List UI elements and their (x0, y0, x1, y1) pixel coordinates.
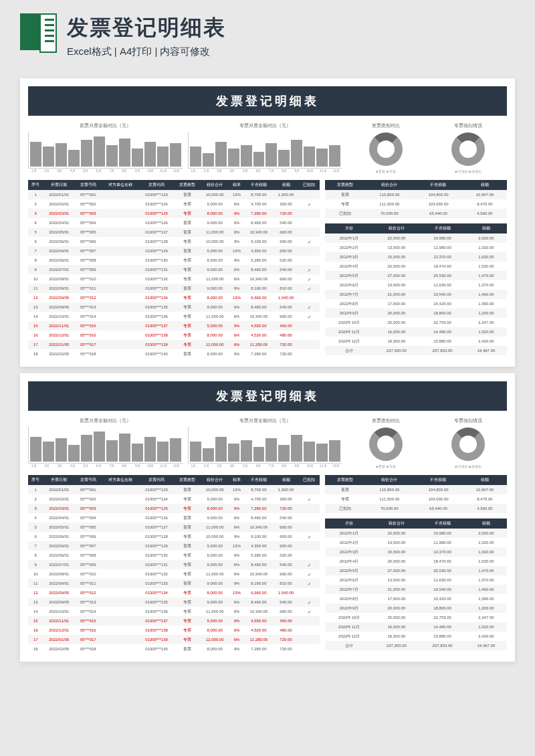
table-cell: 9% (229, 504, 244, 513)
table-row: 82022/06/0105***00801300***130专票6,000.00… (28, 551, 320, 560)
table-cell: 27,000.00 (373, 566, 419, 575)
table-cell: 6% (229, 218, 244, 227)
table-cell: 4 (28, 513, 43, 523)
table-cell: 01300***136 (139, 607, 175, 616)
table-cell: 专票 (174, 274, 200, 284)
table-cell: 2022年4月 (325, 557, 374, 566)
table-cell: 6% (229, 199, 244, 209)
table-cell: 2,020.00 (465, 233, 507, 243)
check-icon: ✓ (308, 498, 311, 502)
table-header: 税率 (229, 475, 244, 485)
table-cell (299, 635, 320, 644)
table-cell: 22,000.00 (373, 529, 419, 538)
table-header: 发票类型 (325, 180, 365, 190)
table-row: 62022/06/0105***00601300***128专票10,000.0… (28, 532, 320, 541)
table-cell: 14 (28, 607, 43, 616)
table-cell: 2022/05/01 (43, 523, 75, 532)
table-cell: 540.00 (273, 513, 298, 523)
table-cell: 专票 (174, 551, 200, 560)
table-cell: 18,300.00 (373, 337, 419, 346)
table-cell: ✓ (299, 569, 320, 579)
table-cell: 2022/04/01 (43, 218, 75, 227)
table-cell: 540.00 (273, 560, 298, 569)
table-cell (299, 485, 320, 494)
table-row: 102022/08/0105***01001300***132专票11,000.… (28, 274, 320, 284)
table-cell: 01300***123 (139, 485, 175, 494)
table-cell: 05***014 (75, 607, 101, 616)
table-cell: 103,030.00 (414, 199, 463, 209)
table-cell (101, 579, 138, 588)
table-cell: 10,340.00 (244, 312, 273, 321)
table-cell: 15,420.00 (419, 594, 465, 603)
table-cell: 18 (28, 644, 43, 654)
check-icon: ✓ (308, 573, 311, 577)
table-cell: 2022年10月 (325, 318, 374, 327)
table-cell: 2022年12月 (325, 632, 374, 641)
table-row: 32022/03/0105***00301300***125专票8,000.00… (28, 504, 320, 513)
table-row: 2022年7月21,000.0019,540.001,460.00 (325, 585, 507, 594)
table-header: 发票类型 (325, 475, 365, 485)
table-header: 发票号码 (75, 475, 101, 485)
check-icon: ✓ (308, 240, 311, 244)
table-cell: 05***011 (75, 579, 101, 588)
table-cell: 8,470.00 (463, 494, 507, 504)
table-cell: 8,460.00 (244, 302, 273, 312)
table-row: 2022年6月13,000.0011,630.001,370.00 (325, 575, 507, 585)
table-cell: 9 (28, 265, 43, 274)
table-cell: 普票 (174, 218, 200, 227)
table-cell: 300.00 (273, 199, 298, 209)
table-cell: 103,030.00 (414, 494, 463, 504)
table-cell: 专票 (174, 532, 200, 541)
table-cell: 6,000.00 (201, 256, 229, 265)
table-cell: 2022年12月 (325, 337, 374, 346)
donut-chart-2: 专票抵扣情况 ■ 已抵扣 ■ 未抵扣 (430, 122, 507, 173)
table-row: 2022年10月25,000.0022,753.002,247.00 (325, 613, 507, 622)
table-cell: 115,800.00 (365, 190, 414, 199)
table-cell: 22,753.00 (419, 613, 465, 622)
table-cell: 6% (229, 569, 244, 579)
table-cell: 20,000.00 (373, 557, 419, 566)
table-cell: 05***016 (75, 626, 101, 635)
table-cell: 2022/02/01 (43, 199, 75, 209)
table-row: 172022/01/0505***01701300***139专票12,000.… (28, 340, 320, 349)
table-cell: 3 (28, 209, 43, 218)
check-icon: ✓ (308, 306, 311, 310)
table-cell (101, 218, 138, 227)
table-cell: 8,000.00 (201, 330, 229, 340)
table-cell: 1,630.00 (465, 252, 507, 262)
table-cell (101, 349, 138, 359)
table-header: 税额 (273, 180, 298, 190)
table-cell: 8,000.00 (201, 588, 229, 597)
table-cell: 19,980.00 (419, 529, 465, 538)
table-cell (101, 635, 138, 644)
table-cell: 2022/01/05 (43, 635, 75, 644)
table-cell: 05***013 (75, 302, 101, 312)
table-cell: 专票 (174, 597, 200, 607)
table-row: 162022/12/0105***01601300***138专票8,000.0… (28, 330, 320, 340)
table-cell: 480.00 (273, 330, 298, 340)
table-cell: 2022/03/01 (43, 504, 75, 513)
table-cell: 10,997.00 (463, 190, 507, 199)
main-table: 序号开票日期发票号码对方单位名称发票代码发票类型税价合计税率不含税额税额已抵扣 … (28, 475, 320, 654)
table-cell: 普票 (174, 644, 200, 654)
table-cell: 65,440.00 (414, 209, 463, 218)
table-cell: 15,880.00 (419, 632, 465, 641)
table-cell: 8,000.00 (201, 209, 229, 218)
table-cell: 01300***132 (139, 569, 175, 579)
table-cell: 540.00 (273, 302, 298, 312)
table-cell: 13% (229, 485, 244, 494)
table-cell: 1,300.00 (273, 190, 298, 199)
table-cell: 专票 (174, 199, 200, 209)
table-row: 2022年11月16,000.0014,480.001,520.00 (325, 327, 507, 337)
table-row: 22022/02/0105***00201300***124专票5,000.00… (28, 494, 320, 504)
table-cell: 05***014 (75, 312, 101, 321)
table-cell: 05***018 (75, 349, 101, 359)
table-cell: 11,280.00 (244, 340, 273, 349)
donut-chart-1: 发票类别对比 ■ 普票 ■ 专票 (347, 417, 424, 468)
table-cell: 6,960.00 (244, 588, 273, 597)
table-cell: 14,480.00 (419, 622, 465, 632)
table-cell: 05***008 (75, 551, 101, 560)
table-cell: 9% (229, 237, 244, 246)
table-row: 2022年12月18,300.0015,880.002,420.00 (325, 337, 507, 346)
table-cell: 2022年3月 (325, 547, 374, 557)
